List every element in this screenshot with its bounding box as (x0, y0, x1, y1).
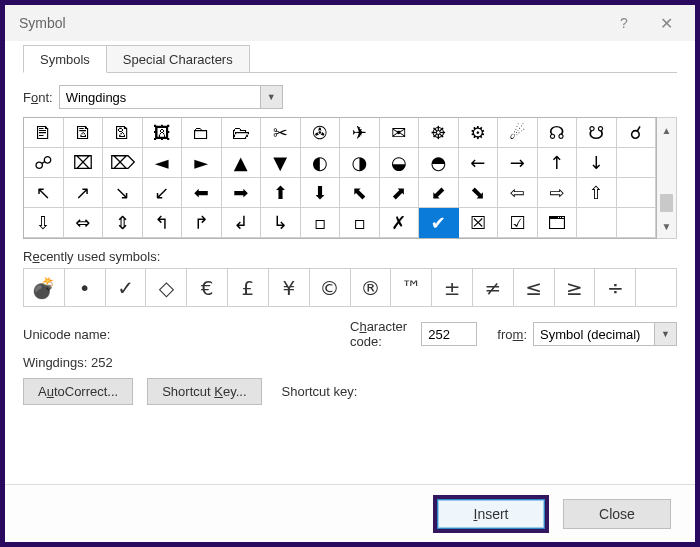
symbol-cell[interactable]: ⬋ (419, 178, 459, 208)
symbol-cell[interactable]: ✇ (301, 118, 341, 148)
recent-symbol-cell[interactable]: ≥ (555, 269, 596, 307)
symbol-cell[interactable]: ⬉ (340, 178, 380, 208)
recent-symbol-cell[interactable]: • (65, 269, 106, 307)
symbol-cell[interactable]: ⇩ (24, 208, 64, 238)
symbol-cell[interactable]: 🗁 (222, 118, 262, 148)
symbol-cell[interactable]: 🖻 (103, 118, 143, 148)
scroll-thumb[interactable] (660, 194, 673, 212)
symbol-cell[interactable]: ↗ (64, 178, 104, 208)
recent-symbol-cell[interactable]: ® (351, 269, 392, 307)
recent-symbol-cell[interactable]: © (310, 269, 351, 307)
recent-symbol-cell[interactable]: ¥ (269, 269, 310, 307)
recent-symbol-cell[interactable]: ◇ (146, 269, 187, 307)
symbol-cell[interactable]: ⇕ (103, 208, 143, 238)
symbol-cell[interactable]: ⇦ (498, 178, 538, 208)
symbol-cell[interactable]: ☍ (24, 148, 64, 178)
symbol-cell[interactable]: ⬅ (182, 178, 222, 208)
recent-symbols[interactable]: 💣•✓◇€£¥©®™±≠≤≥÷ (23, 268, 677, 307)
symbol-cell[interactable]: ↑ (538, 148, 578, 178)
symbol-cell[interactable]: ↲ (222, 208, 262, 238)
symbol-grid[interactable]: 🖹🖺🖻🖼🗀🗁✂✇✈✉☸⚙☄☊☋☌☍⌧⌦◄►▲▼◐◑◒◓←→↑↓ ↖↗↘↙⬅➡⬆⬇… (23, 117, 657, 239)
recent-symbol-cell[interactable] (636, 269, 677, 307)
recent-symbol-cell[interactable]: £ (228, 269, 269, 307)
symbol-cell[interactable]: ► (182, 148, 222, 178)
symbol-cell[interactable]: ✂ (261, 118, 301, 148)
help-button[interactable]: ? (603, 8, 645, 38)
symbol-cell[interactable]: ⇔ (64, 208, 104, 238)
scroll-up-icon[interactable]: ▲ (657, 118, 676, 142)
symbol-cell[interactable]: ← (459, 148, 499, 178)
symbol-cell[interactable]: 🖹 (24, 118, 64, 148)
symbol-cell[interactable]: ⌦ (103, 148, 143, 178)
symbol-cell[interactable] (577, 208, 617, 238)
symbol-cell[interactable] (617, 148, 657, 178)
symbol-cell[interactable]: ⇨ (538, 178, 578, 208)
symbol-cell[interactable]: ↖ (24, 178, 64, 208)
symbol-cell[interactable]: ⬇ (301, 178, 341, 208)
font-input[interactable] (60, 86, 260, 108)
symbol-cell[interactable]: ✔ (419, 208, 459, 238)
symbol-cell[interactable]: ↘ (103, 178, 143, 208)
close-window-button[interactable]: ✕ (645, 8, 687, 38)
shortcut-key-button[interactable]: Shortcut Key... (147, 378, 261, 405)
symbol-cell[interactable]: ☌ (617, 118, 657, 148)
recent-symbol-cell[interactable]: € (187, 269, 228, 307)
symbol-cell[interactable]: ☸ (419, 118, 459, 148)
chevron-down-icon[interactable]: ▼ (654, 323, 676, 345)
symbol-cell[interactable]: ↰ (143, 208, 183, 238)
symbol-cell[interactable]: ↱ (182, 208, 222, 238)
symbol-cell[interactable]: ↓ (577, 148, 617, 178)
symbol-cell[interactable]: 🗔 (538, 208, 578, 238)
symbol-cell[interactable]: ▲ (222, 148, 262, 178)
symbol-cell[interactable]: ⬈ (380, 178, 420, 208)
chevron-down-icon[interactable]: ▼ (260, 86, 282, 108)
tab-special-characters[interactable]: Special Characters (106, 45, 250, 73)
insert-button[interactable]: Insert (437, 499, 545, 529)
symbol-cell[interactable]: ✈ (340, 118, 380, 148)
symbol-cell[interactable]: 🗀 (182, 118, 222, 148)
recent-symbol-cell[interactable]: 💣 (24, 269, 65, 307)
symbol-cell[interactable]: ✉ (380, 118, 420, 148)
symbol-cell[interactable]: ☒ (459, 208, 499, 238)
symbol-cell[interactable]: ◑ (340, 148, 380, 178)
symbol-cell[interactable] (617, 208, 657, 238)
symbol-cell[interactable]: ◒ (380, 148, 420, 178)
symbol-cell[interactable]: ▫ (301, 208, 341, 238)
recent-symbol-cell[interactable]: ≠ (473, 269, 514, 307)
symbol-cell[interactable] (617, 178, 657, 208)
autocorrect-button[interactable]: AutoCorrect... (23, 378, 133, 405)
symbol-cell[interactable]: ▫ (340, 208, 380, 238)
symbol-cell[interactable]: ◓ (419, 148, 459, 178)
symbol-cell[interactable]: ⬊ (459, 178, 499, 208)
close-button[interactable]: Close (563, 499, 671, 529)
scroll-down-icon[interactable]: ▼ (657, 214, 676, 238)
symbol-cell[interactable]: ◄ (143, 148, 183, 178)
charcode-input[interactable] (421, 322, 477, 346)
symbol-cell[interactable]: ☋ (577, 118, 617, 148)
grid-scrollbar[interactable]: ▲ ▼ (657, 117, 677, 239)
scroll-track[interactable] (657, 142, 676, 214)
symbol-cell[interactable]: ⇧ (577, 178, 617, 208)
font-combo[interactable]: ▼ (59, 85, 283, 109)
symbol-cell[interactable]: 🖼 (143, 118, 183, 148)
symbol-cell[interactable]: ⌧ (64, 148, 104, 178)
symbol-cell[interactable]: ☊ (538, 118, 578, 148)
symbol-cell[interactable]: ✗ (380, 208, 420, 238)
symbol-cell[interactable]: ➡ (222, 178, 262, 208)
recent-symbol-cell[interactable]: ÷ (595, 269, 636, 307)
symbol-cell[interactable]: 🖺 (64, 118, 104, 148)
from-input[interactable] (534, 323, 654, 345)
tab-symbols[interactable]: Symbols (23, 45, 107, 73)
from-combo[interactable]: ▼ (533, 322, 677, 346)
symbol-cell[interactable]: ☑ (498, 208, 538, 238)
recent-symbol-cell[interactable]: ≤ (514, 269, 555, 307)
symbol-cell[interactable]: ↳ (261, 208, 301, 238)
symbol-cell[interactable]: ⚙ (459, 118, 499, 148)
symbol-cell[interactable]: ⬆ (261, 178, 301, 208)
recent-symbol-cell[interactable]: ± (432, 269, 473, 307)
symbol-cell[interactable]: ↙ (143, 178, 183, 208)
recent-symbol-cell[interactable]: ✓ (106, 269, 147, 307)
symbol-cell[interactable]: ▼ (261, 148, 301, 178)
symbol-cell[interactable]: ☄ (498, 118, 538, 148)
symbol-cell[interactable]: ◐ (301, 148, 341, 178)
